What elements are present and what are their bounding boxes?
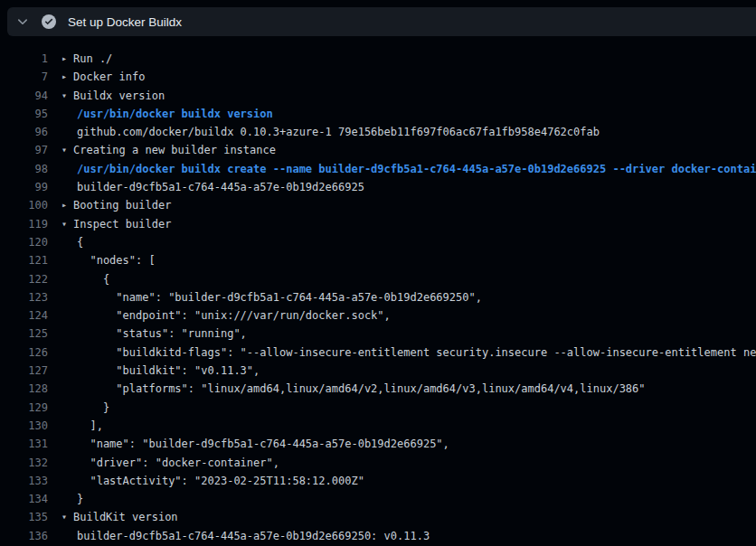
line-number[interactable]: 136 <box>0 527 48 545</box>
line-text: Run ./ <box>73 50 112 68</box>
line-number[interactable]: 99 <box>0 178 48 196</box>
line-text: Booting builder <box>73 196 171 214</box>
line-text: Inspect builder <box>73 215 171 233</box>
indent-spacer <box>61 527 77 545</box>
log-line: 124 "endpoint": "unix:///var/run/docker.… <box>0 306 756 325</box>
indent-spacer <box>61 435 77 453</box>
actions-log-viewer: Set up Docker Buildx 1 ▸ Run ./ 7 ▸ Dock… <box>0 0 756 546</box>
indent-spacer <box>61 380 77 398</box>
line-text: } <box>77 490 83 508</box>
line-text: { <box>77 270 109 288</box>
line-number[interactable]: 124 <box>0 306 48 325</box>
log-line[interactable]: 100 ▸ Booting builder <box>0 196 756 214</box>
line-number[interactable]: 120 <box>0 233 48 251</box>
line-text: /usr/bin/docker buildx create --name bui… <box>77 160 756 178</box>
indent-spacer <box>61 160 77 178</box>
group-expanded-icon: ▾ <box>61 508 73 526</box>
log-line: 95 /usr/bin/docker buildx version <box>0 105 756 123</box>
line-text: builder-d9cfb5a1-c764-445a-a57e-0b19d2e6… <box>77 178 364 196</box>
line-number[interactable]: 7 <box>0 68 48 86</box>
log-line[interactable]: 97 ▾ Creating a new builder instance <box>0 141 756 159</box>
log-line[interactable]: 7 ▸ Docker info <box>0 68 756 86</box>
group-collapsed-icon: ▸ <box>61 196 73 214</box>
group-collapsed-icon: ▸ <box>61 68 73 86</box>
line-text: { <box>77 233 83 251</box>
group-expanded-icon: ▾ <box>61 215 73 233</box>
line-text: ], <box>77 417 103 435</box>
line-text: Buildx version <box>73 87 165 105</box>
line-number[interactable]: 96 <box>0 123 48 141</box>
line-number[interactable]: 122 <box>0 270 48 288</box>
indent-spacer <box>61 270 77 288</box>
indent-spacer <box>61 105 77 123</box>
indent-spacer <box>61 454 77 472</box>
line-text: "driver": "docker-container", <box>77 454 279 472</box>
log-line: 132 "driver": "docker-container", <box>0 454 756 472</box>
indent-spacer <box>61 362 77 380</box>
line-text: } <box>77 399 109 417</box>
line-number[interactable]: 98 <box>0 160 48 178</box>
log-line: 136 builder-d9cfb5a1-c764-445a-a57e-0b19… <box>0 527 756 545</box>
step-title: Set up Docker Buildx <box>68 15 182 29</box>
line-text: Docker info <box>73 68 145 86</box>
indent-spacer <box>61 490 77 508</box>
log-line: 99 builder-d9cfb5a1-c764-445a-a57e-0b19d… <box>0 178 756 196</box>
line-number[interactable]: 95 <box>0 105 48 123</box>
line-text: "name": "builder-d9cfb5a1-c764-445a-a57e… <box>77 435 449 453</box>
indent-spacer <box>61 178 77 196</box>
log-line: 133 "lastActivity": "2023-02-25T11:58:12… <box>0 472 756 490</box>
line-number[interactable]: 94 <box>0 87 48 105</box>
log-line: 130 ], <box>0 417 756 435</box>
log-line: 98 /usr/bin/docker buildx create --name … <box>0 160 756 178</box>
line-number[interactable]: 133 <box>0 472 48 490</box>
indent-spacer <box>61 306 77 325</box>
chevron-down-icon[interactable] <box>16 15 29 28</box>
log-line: 134 } <box>0 490 756 508</box>
line-text: "buildkit": "v0.11.3", <box>77 362 260 380</box>
line-number[interactable]: 97 <box>0 141 48 159</box>
line-number[interactable]: 130 <box>0 417 48 435</box>
group-expanded-icon: ▾ <box>61 87 73 105</box>
line-number[interactable]: 132 <box>0 454 48 472</box>
line-number[interactable]: 127 <box>0 362 48 380</box>
indent-spacer <box>61 399 77 417</box>
log-line: 125 "status": "running", <box>0 325 756 343</box>
indent-spacer <box>61 344 77 362</box>
line-number[interactable]: 126 <box>0 344 48 362</box>
step-header[interactable]: Set up Docker Buildx <box>7 7 756 36</box>
line-text: "buildkitd-flags": "--allow-insecure-ent… <box>77 344 756 362</box>
line-text: "endpoint": "unix:///var/run/docker.sock… <box>77 306 391 325</box>
log-line[interactable]: 119 ▾ Inspect builder <box>0 215 756 233</box>
line-number[interactable]: 125 <box>0 325 48 343</box>
log-line: 123 "name": "builder-d9cfb5a1-c764-445a-… <box>0 288 756 306</box>
check-circle-icon <box>42 14 56 29</box>
line-number[interactable]: 128 <box>0 380 48 398</box>
line-number[interactable]: 135 <box>0 508 48 526</box>
indent-spacer <box>61 288 77 306</box>
line-text: "nodes": [ <box>77 251 156 269</box>
line-number[interactable]: 129 <box>0 399 48 417</box>
log-line: 126 "buildkitd-flags": "--allow-insecure… <box>0 344 756 362</box>
line-text: Creating a new builder instance <box>73 141 276 159</box>
indent-spacer <box>61 472 77 490</box>
line-text: BuildKit version <box>73 508 178 526</box>
line-number[interactable]: 100 <box>0 196 48 214</box>
line-number[interactable]: 131 <box>0 435 48 453</box>
log-lines: 1 ▸ Run ./ 7 ▸ Docker info 94 ▾ Buildx v… <box>0 50 756 545</box>
line-number[interactable]: 121 <box>0 251 48 269</box>
group-collapsed-icon: ▸ <box>61 50 73 68</box>
log-line: 120 { <box>0 233 756 251</box>
log-line: 131 "name": "builder-d9cfb5a1-c764-445a-… <box>0 435 756 453</box>
line-number[interactable]: 1 <box>0 50 48 68</box>
line-number[interactable]: 123 <box>0 288 48 306</box>
log-line[interactable]: 135 ▾ BuildKit version <box>0 508 756 526</box>
line-number[interactable]: 134 <box>0 490 48 508</box>
log-line[interactable]: 94 ▾ Buildx version <box>0 87 756 105</box>
log-line[interactable]: 1 ▸ Run ./ <box>0 50 756 68</box>
line-text: "platforms": "linux/amd64,linux/amd64/v2… <box>77 380 646 398</box>
log-line: 129 } <box>0 399 756 417</box>
group-expanded-icon: ▾ <box>61 141 73 159</box>
line-text: "status": "running", <box>77 325 247 343</box>
line-number[interactable]: 119 <box>0 215 48 233</box>
line-text: "lastActivity": "2023-02-25T11:58:12.000… <box>77 472 364 490</box>
